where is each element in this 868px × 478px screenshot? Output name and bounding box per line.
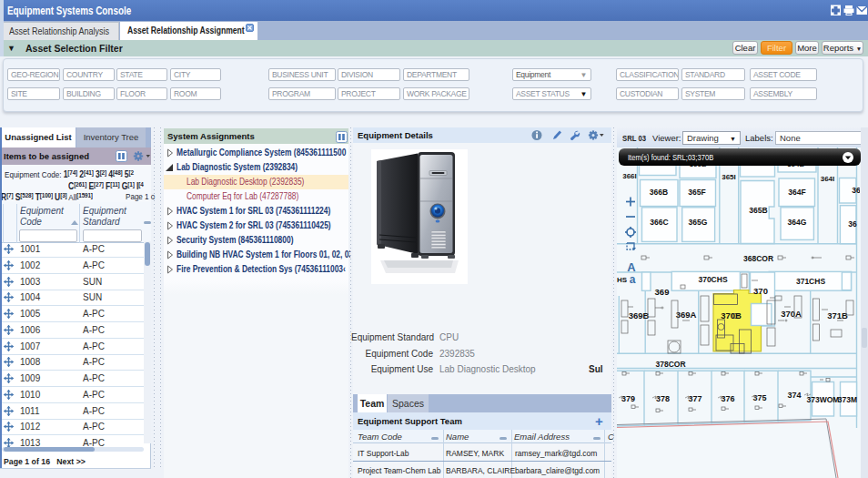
svg-text:370B: 370B xyxy=(721,310,742,320)
svg-text:366B: 366B xyxy=(650,188,668,197)
svg-text:369B: 369B xyxy=(629,310,650,320)
svg-text:364I: 364I xyxy=(821,175,835,183)
svg-text:365G: 365G xyxy=(689,218,708,227)
svg-text:370CHS: 370CHS xyxy=(698,275,727,284)
svg-text:370: 370 xyxy=(753,286,768,296)
svg-text:365I: 365I xyxy=(722,173,736,181)
svg-text:366C: 366C xyxy=(650,218,668,227)
svg-text:364G: 364G xyxy=(788,218,807,227)
svg-text:371B: 371B xyxy=(827,310,848,320)
svg-text:378COR: 378COR xyxy=(655,360,685,369)
svg-text:369A: 369A xyxy=(676,310,697,320)
svg-text:36: 36 xyxy=(848,219,857,229)
svg-text:377: 377 xyxy=(688,394,701,403)
svg-text:364F: 364F xyxy=(788,188,805,197)
svg-text:374: 374 xyxy=(787,391,801,400)
svg-text:a: a xyxy=(630,273,636,286)
svg-text:HS: HS xyxy=(617,276,628,284)
svg-text:376: 376 xyxy=(721,394,734,403)
svg-text:369: 369 xyxy=(655,287,670,297)
svg-text:373WOM: 373WOM xyxy=(807,395,840,404)
svg-text:366I: 366I xyxy=(622,172,637,180)
svg-text:365F: 365F xyxy=(688,188,705,197)
svg-text:368COR: 368COR xyxy=(743,254,773,263)
svg-text:373M: 373M xyxy=(838,395,857,404)
svg-text:365B: 365B xyxy=(749,206,767,215)
svg-text:371CHS: 371CHS xyxy=(796,277,825,286)
svg-text:A: A xyxy=(627,260,636,274)
svg-text:36: 36 xyxy=(852,186,860,195)
svg-text:370A: 370A xyxy=(781,309,802,319)
svg-text:379: 379 xyxy=(621,394,635,403)
svg-text:378: 378 xyxy=(656,394,670,403)
